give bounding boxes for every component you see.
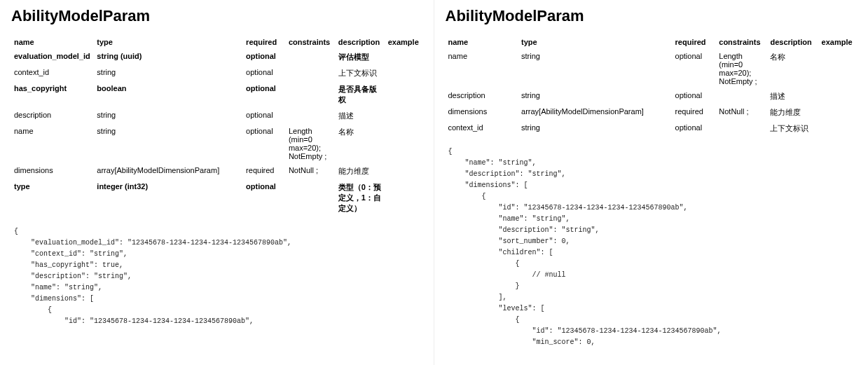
cell-description: 描述 (336, 108, 385, 124)
cell-example (385, 108, 422, 124)
cell-required: required (673, 104, 717, 120)
cell-description: 上下文标识 (336, 65, 385, 81)
cell-name: evaluation_model_id (11, 49, 94, 65)
cell-required: optional (673, 88, 717, 104)
cell-description: 是否具备版权 (336, 81, 385, 108)
hdr-type: type (518, 35, 673, 49)
cell-constraints (716, 120, 767, 137)
cell-example (819, 120, 857, 137)
hdr-name: name (11, 35, 94, 49)
cell-type: string (uuid) (94, 49, 243, 65)
hdr-example: example (819, 35, 857, 49)
cell-example (819, 49, 857, 88)
table-row: context_idstringoptional上下文标识 (11, 65, 422, 81)
hdr-constraints: constraints (716, 35, 767, 49)
cell-example (385, 81, 422, 108)
cell-type: string (518, 88, 673, 104)
cell-type: array[AbilityModelDimensionParam] (94, 163, 243, 179)
cell-type: integer (int32) (94, 179, 243, 216)
cell-description: 描述 (767, 88, 818, 104)
cell-required: optional (243, 108, 286, 124)
cell-required: optional (673, 49, 717, 88)
left-panel: AbilityModelParam name type required con… (0, 0, 434, 365)
cell-description: 评估模型 (336, 49, 385, 65)
cell-name: dimensions (11, 163, 94, 179)
hdr-type: type (94, 35, 243, 49)
cell-example (385, 49, 422, 65)
cell-constraints: Length (min=0 max=20); NotEmpty ; (286, 124, 336, 163)
hdr-required: required (673, 35, 717, 49)
cell-example (385, 65, 422, 81)
cell-example (819, 104, 857, 120)
cell-description: 类型（0：预定义，1：自定义） (336, 179, 385, 216)
cell-example (819, 88, 857, 104)
left-title: AbilityModelParam (11, 7, 422, 25)
right-tbody: namestringoptionalLength (min=0 max=20);… (446, 49, 857, 137)
cell-example (385, 124, 422, 163)
cell-type: boolean (94, 81, 243, 108)
right-table: name type required constraints descripti… (446, 35, 857, 137)
hdr-required: required (243, 35, 286, 49)
cell-type: string (94, 65, 243, 81)
cell-description: 上下文标识 (767, 120, 818, 137)
cell-constraints (286, 81, 336, 108)
right-title: AbilityModelParam (446, 7, 857, 25)
cell-constraints (286, 179, 336, 216)
cell-type: string (518, 49, 673, 88)
hdr-description: description (336, 35, 385, 49)
cell-name: dimensions (446, 104, 519, 120)
hdr-description: description (767, 35, 818, 49)
cell-constraints (716, 88, 767, 104)
cell-description: 能力维度 (767, 104, 818, 120)
cell-required: optional (243, 81, 286, 108)
right-code: { "name": "string", "description": "stri… (446, 146, 857, 348)
cell-required: optional (243, 179, 286, 216)
cell-constraints (286, 49, 336, 65)
cell-example (385, 163, 422, 179)
cell-constraints: Length (min=0 max=20); NotEmpty ; (716, 49, 767, 88)
cell-constraints: NotNull ; (286, 163, 336, 179)
cell-constraints (286, 65, 336, 81)
cell-required: required (243, 163, 286, 179)
table-row: namestringoptionalLength (min=0 max=20);… (11, 124, 422, 163)
cell-type: string (518, 120, 673, 137)
cell-name: type (11, 179, 94, 216)
table-row: descriptionstringoptional描述 (446, 88, 857, 104)
cell-name: description (446, 88, 519, 104)
table-row: dimensionsarray[AbilityModelDimensionPar… (11, 163, 422, 179)
cell-description: 能力维度 (336, 163, 385, 179)
cell-required: optional (243, 49, 286, 65)
cell-name: context_id (446, 120, 519, 137)
cell-example (385, 179, 422, 216)
cell-name: context_id (11, 65, 94, 81)
cell-required: optional (673, 120, 717, 137)
table-row: context_idstringoptional上下文标识 (446, 120, 857, 137)
cell-name: description (11, 108, 94, 124)
cell-constraints: NotNull ; (716, 104, 767, 120)
cell-type: array[AbilityModelDimensionParam] (518, 104, 673, 120)
cell-description: 名称 (336, 124, 385, 163)
left-table: name type required constraints descripti… (11, 35, 422, 216)
cell-required: optional (243, 65, 286, 81)
table-row: evaluation_model_idstring (uuid)optional… (11, 49, 422, 65)
hdr-name: name (446, 35, 519, 49)
table-row: descriptionstringoptional描述 (11, 108, 422, 124)
table-row: dimensionsarray[AbilityModelDimensionPar… (446, 104, 857, 120)
hdr-example: example (385, 35, 422, 49)
cell-name: name (446, 49, 519, 88)
table-row: typeinteger (int32)optional类型（0：预定义，1：自定… (11, 179, 422, 216)
cell-required: optional (243, 124, 286, 163)
cell-type: string (94, 108, 243, 124)
cell-description: 名称 (767, 49, 818, 88)
cell-name: name (11, 124, 94, 163)
left-code: { "evaluation_model_id": "12345678-1234-… (11, 226, 422, 327)
cell-constraints (286, 108, 336, 124)
cell-name: has_copyright (11, 81, 94, 108)
right-panel: AbilityModelParam name type required con… (434, 0, 869, 365)
cell-type: string (94, 124, 243, 163)
table-row: namestringoptionalLength (min=0 max=20);… (446, 49, 857, 88)
left-tbody: evaluation_model_idstring (uuid)optional… (11, 49, 422, 216)
hdr-constraints: constraints (286, 35, 336, 49)
table-row: has_copyrightbooleanoptional是否具备版权 (11, 81, 422, 108)
